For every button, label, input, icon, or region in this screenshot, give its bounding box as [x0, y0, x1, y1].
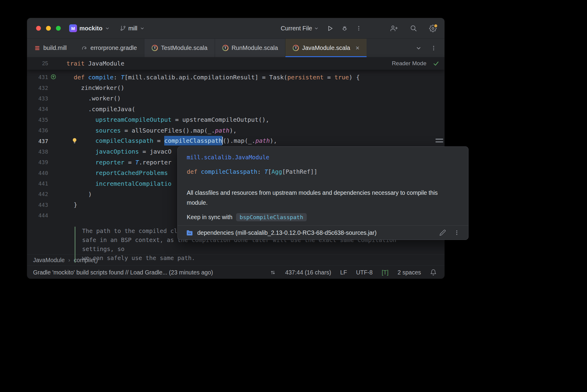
code-text[interactable]: incrementalCompilatio: [66, 180, 171, 187]
tab-runmodule-scala[interactable]: TRunModule.scala: [215, 39, 285, 57]
run-configuration-label: Current File: [281, 25, 312, 32]
search-everywhere-icon[interactable]: [410, 25, 417, 32]
tab-label: RunModule.scala: [232, 44, 278, 51]
debug-button[interactable]: [341, 25, 348, 32]
library-folder-icon: [186, 229, 193, 236]
code-line-434[interactable]: 434 .compileJava(: [27, 104, 444, 114]
doc-description: All classfiles and resources from upstre…: [187, 188, 441, 208]
line-number[interactable]: 435: [27, 117, 48, 123]
doc-comment-line: we can safely use the same path.: [82, 254, 401, 263]
line-number[interactable]: 443: [27, 202, 48, 208]
line-number[interactable]: 434: [27, 106, 48, 112]
tab-build-mill[interactable]: build.mill: [27, 39, 74, 57]
doc-attachment-text[interactable]: dependencies (mill-scalalib_2.13-0.12.0-…: [197, 229, 376, 236]
breadcrumb-separator-icon: ›: [68, 257, 70, 263]
notifications-bell-icon[interactable]: [430, 269, 437, 276]
code-line-436[interactable]: 436 sources = allSourceFiles().map(_.pat…: [27, 125, 444, 136]
branch-name: mill: [128, 25, 137, 32]
code-text[interactable]: javacOptions = javacO: [66, 148, 171, 155]
line-number[interactable]: 441: [27, 180, 48, 187]
run-configuration-selector[interactable]: Current File: [281, 25, 319, 32]
sticky-code-text: trait JavaModule: [66, 60, 124, 67]
run-button[interactable]: [327, 25, 333, 32]
code-text[interactable]: upstreamCompileOutput = upstreamCompileO…: [66, 116, 269, 123]
line-number[interactable]: 438: [27, 149, 48, 155]
caret-position-widget[interactable]: 437:44 (16 chars): [285, 269, 331, 276]
code-line-432[interactable]: 432 zincWorker(): [27, 82, 444, 93]
text-caret: [222, 137, 223, 145]
project-name: mockito: [79, 25, 103, 32]
minimize-window-button[interactable]: [46, 26, 51, 31]
line-number[interactable]: 436: [27, 127, 48, 133]
gutter: [48, 136, 66, 146]
code-line-435[interactable]: 435 upstreamCompileOutput = upstreamComp…: [27, 115, 444, 125]
code-text[interactable]: ): [66, 191, 92, 198]
tab-bar-actions: [416, 39, 444, 57]
project-widget[interactable]: M mockito: [69, 24, 110, 32]
sticky-declaration-line[interactable]: 25 trait JavaModule Reader Mode: [27, 57, 444, 70]
inspections-ok-check-icon[interactable]: [433, 60, 439, 66]
indent-widget[interactable]: 2 spaces: [398, 269, 421, 276]
chevron-down-icon: [105, 26, 110, 31]
code-text[interactable]: reporter = T.reporter: [66, 159, 171, 166]
encoding-widget[interactable]: UTF-8: [356, 269, 373, 276]
breadcrumb-item-class[interactable]: JavaModule: [33, 257, 65, 264]
tab-javamodule-scala[interactable]: TJavaModule.scala×: [285, 39, 367, 57]
chevron-down-icon: [314, 26, 319, 31]
gutter: [48, 189, 66, 199]
chevron-down-icon: [140, 26, 145, 31]
line-number[interactable]: 437: [27, 138, 48, 144]
git-branch-icon: [120, 25, 126, 31]
close-window-button[interactable]: [36, 26, 41, 31]
code-text[interactable]: sources = allSourceFiles().map(_.path),: [66, 127, 237, 134]
doc-more-menu[interactable]: [454, 230, 460, 236]
code-text[interactable]: compileClasspath = compileClasspath().ma…: [66, 137, 277, 145]
tab-label: errorprone.gradle: [91, 44, 137, 51]
hidden-tabs-chevron-icon[interactable]: [416, 45, 422, 51]
gutter: [48, 104, 66, 114]
gutter: [48, 72, 66, 82]
doc-owner-link[interactable]: mill.scalalib.JavaModule: [187, 154, 459, 161]
line-number[interactable]: 432: [27, 85, 48, 91]
tab-errorprone-gradle[interactable]: errorprone.gradle: [74, 39, 144, 57]
sync-arrows-icon[interactable]: [270, 269, 276, 276]
gutter: [48, 200, 66, 210]
code-line-437[interactable]: 437 compileClasspath = compileClasspath(…: [27, 136, 444, 146]
implementing-marker-icon[interactable]: [51, 74, 56, 81]
tab-options-menu[interactable]: [431, 45, 437, 51]
tab-label: build.mill: [43, 44, 67, 51]
reader-mode-label[interactable]: Reader Mode: [392, 60, 426, 67]
line-separator-widget[interactable]: LF: [340, 269, 347, 276]
line-number[interactable]: 433: [27, 95, 48, 102]
vcs-branch-widget[interactable]: mill: [120, 25, 145, 32]
status-message[interactable]: Gradle 'mockito' build scripts found // …: [33, 269, 213, 276]
maximize-window-button[interactable]: [56, 26, 61, 31]
edit-pencil-icon[interactable]: [439, 229, 446, 236]
line-number[interactable]: 439: [27, 159, 48, 165]
intention-bulb-icon[interactable]: [72, 138, 78, 145]
line-number[interactable]: 442: [27, 191, 48, 197]
code-text[interactable]: zincWorker(): [66, 84, 124, 91]
tab-testmodule-scala[interactable]: TTestModule.scala: [144, 39, 215, 57]
code-text[interactable]: reportCachedProblems: [66, 169, 168, 176]
doc-code-chip[interactable]: bspCompileClasspath: [236, 213, 307, 221]
code-text[interactable]: def compile: T[mill.scalalib.api.Compila…: [66, 74, 360, 81]
more-actions-menu[interactable]: [356, 25, 362, 31]
line-number[interactable]: 444: [27, 212, 48, 219]
code-text[interactable]: .compileJava(: [66, 106, 135, 113]
settings-notification-dot: [434, 24, 438, 28]
code-with-me-icon[interactable]: [390, 25, 398, 32]
close-tab-icon[interactable]: ×: [356, 45, 360, 51]
code-text[interactable]: .worker(): [66, 95, 121, 102]
type-aware-highlighting-widget[interactable]: [T]: [382, 269, 389, 276]
gutter: [48, 178, 66, 189]
line-number[interactable]: 431: [27, 74, 48, 80]
doc-sync-note: Keep in sync with bspCompileClasspath: [187, 213, 459, 221]
code-line-431[interactable]: 431 def compile: T[mill.scalalib.api.Com…: [27, 72, 444, 82]
code-text[interactable]: }: [66, 201, 77, 208]
code-line-433[interactable]: 433 .worker(): [27, 93, 444, 104]
settings-gear-icon[interactable]: [429, 25, 437, 32]
editor-mode-widgets: Reader Mode: [392, 60, 444, 67]
gutter: [48, 210, 66, 221]
line-number[interactable]: 440: [27, 170, 48, 176]
